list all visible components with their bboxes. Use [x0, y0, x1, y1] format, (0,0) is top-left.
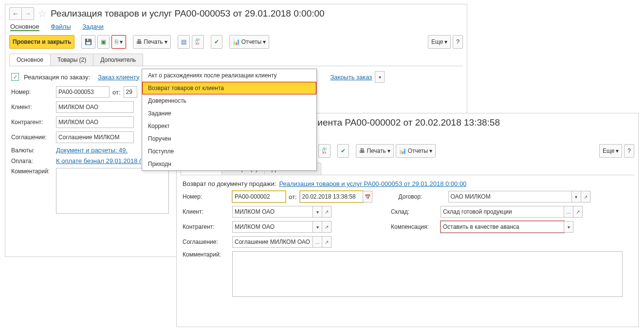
- header: ← → ☆ Реализация товаров и услуг РА00-00…: [5, 4, 467, 8]
- back-button[interactable]: ←: [9, 7, 22, 8]
- forward-button[interactable]: →: [21, 7, 34, 8]
- sale-window: ← → ☆ Реализация товаров и услуг РА00-00…: [5, 4, 467, 8]
